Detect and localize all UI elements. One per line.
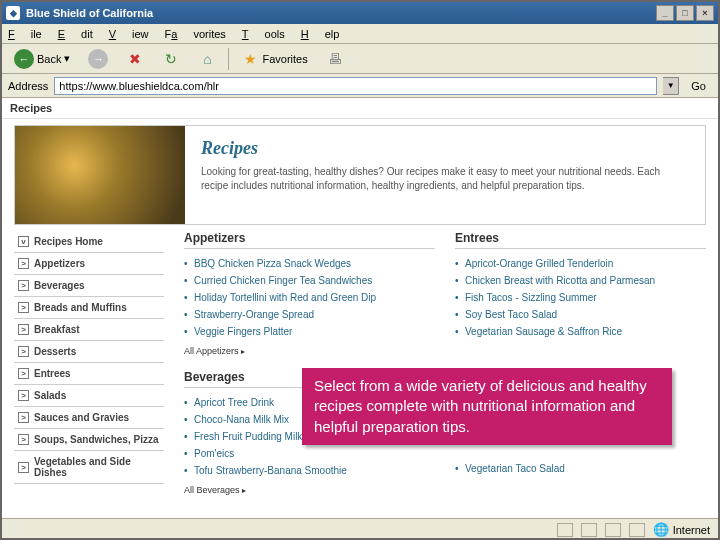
forward-button[interactable]: → [82,47,114,71]
entrees-heading: Entrees [455,231,706,249]
entrees-list: Apricot-Orange Grilled Tenderloin Chicke… [455,255,706,340]
sidebar-item-appetizers[interactable]: >Appetizers [14,253,164,275]
sidebar-item-entrees[interactable]: >Entrees [14,363,164,385]
expand-icon: > [18,462,29,473]
recipe-link[interactable]: Holiday Tortellini with Red and Green Di… [184,289,435,306]
sidebar-item-vegetables[interactable]: >Vegetables and Side Dishes [14,451,164,484]
recipe-link[interactable]: Veggie Fingers Platter [184,323,435,340]
hero-title: Recipes [201,138,689,159]
expand-icon: > [18,280,29,291]
address-bar: Address ▼ Go [2,74,718,98]
print-button[interactable]: 🖶 [320,48,350,70]
sidebar-item-salads[interactable]: >Salads [14,385,164,407]
recipe-link[interactable]: Tofu Strawberry-Banana Smoothie [184,462,435,479]
sidebar-item-breakfast[interactable]: >Breakfast [14,319,164,341]
go-button[interactable]: Go [685,78,712,94]
address-input[interactable] [54,77,657,95]
callout-overlay: Select from a wide variety of delicious … [302,368,672,445]
address-dropdown[interactable]: ▼ [663,77,679,95]
expand-icon: > [18,368,29,379]
recipe-link[interactable]: Apricot-Orange Grilled Tenderloin [455,255,706,272]
statusbar: 🌐 Internet [2,518,718,540]
window-titlebar: ◆ Blue Shield of California _ □ × [2,2,718,24]
toolbar: ← Back ▾ → ✖ ↻ ⌂ ★ Favorites 🖶 [2,44,718,74]
appetizers-heading: Appetizers [184,231,435,249]
entrees-list-2: Vegetarian Taco Salad [455,460,706,477]
hero-image [15,126,185,224]
stop-button[interactable]: ✖ [120,48,150,70]
expand-icon: > [18,346,29,357]
all-appetizers-link[interactable]: All Appetizers [184,346,245,356]
sidebar-item-sauces[interactable]: >Sauces and Gravies [14,407,164,429]
separator [228,48,229,70]
sidebar-item-recipes-home[interactable]: vRecipes Home [14,231,164,253]
menu-tools[interactable]: Tools [242,28,285,40]
sidebar: vRecipes Home >Appetizers >Beverages >Br… [14,231,164,495]
minimize-button[interactable]: _ [656,5,674,21]
recipe-link[interactable]: Chicken Breast with Ricotta and Parmesan [455,272,706,289]
expand-icon: > [18,412,29,423]
menu-favorites[interactable]: Favorites [165,28,226,40]
expand-icon: > [18,258,29,269]
recipe-link[interactable]: Soy Best Taco Salad [455,306,706,323]
address-label: Address [8,80,48,92]
printer-icon: 🖶 [326,50,344,68]
menu-view[interactable]: View [109,28,149,40]
recipe-link[interactable]: Curried Chicken Finger Tea Sandwiches [184,272,435,289]
sidebar-item-soups[interactable]: >Soups, Sandwiches, Pizza [14,429,164,451]
security-zone: 🌐 Internet [653,522,710,537]
menu-file[interactable]: File [8,28,42,40]
globe-icon: 🌐 [653,522,669,537]
appetizers-list: BBQ Chicken Pizza Snack Wedges Curried C… [184,255,435,340]
status-cell [557,523,573,537]
menu-help[interactable]: Help [301,28,340,40]
recipe-link[interactable]: Pom'eics [184,445,435,462]
sidebar-item-breads[interactable]: >Breads and Muffins [14,297,164,319]
back-button[interactable]: ← Back ▾ [8,47,76,71]
expand-icon: > [18,324,29,335]
page-content: Recipes Recipes Looking for great-tastin… [2,98,718,518]
status-cell [629,523,645,537]
sidebar-item-desserts[interactable]: >Desserts [14,341,164,363]
status-cell [605,523,621,537]
window-title: Blue Shield of California [26,7,656,19]
recipe-link[interactable]: Vegetarian Sausage & Saffron Rice [455,323,706,340]
app-icon: ◆ [6,6,20,20]
chevron-down-icon: ▾ [64,52,70,65]
maximize-button[interactable]: □ [676,5,694,21]
close-button[interactable]: × [696,5,714,21]
expand-icon: > [18,302,29,313]
home-icon: ⌂ [198,50,216,68]
recipe-link[interactable]: Fish Tacos - Sizzling Summer [455,289,706,306]
star-icon: ★ [241,50,259,68]
home-button[interactable]: ⌂ [192,48,222,70]
refresh-icon: ↻ [162,50,180,68]
expand-icon: > [18,390,29,401]
collapse-icon: v [18,236,29,247]
hero-description: Looking for great-tasting, healthy dishe… [201,165,689,193]
favorites-button[interactable]: ★ Favorites [235,48,313,70]
sidebar-item-beverages[interactable]: >Beverages [14,275,164,297]
section-label: Recipes [2,98,718,119]
menubar: File Edit View Favorites Tools Help [2,24,718,44]
recipe-link[interactable]: Strawberry-Orange Spread [184,306,435,323]
forward-icon: → [88,49,108,69]
back-icon: ← [14,49,34,69]
refresh-button[interactable]: ↻ [156,48,186,70]
main-columns: Appetizers BBQ Chicken Pizza Snack Wedge… [164,231,706,495]
menu-edit[interactable]: Edit [58,28,93,40]
all-beverages-link[interactable]: All Beverages [184,485,246,495]
status-cell [581,523,597,537]
hero-banner: Recipes Looking for great-tasting, healt… [14,125,706,225]
recipe-link[interactable]: BBQ Chicken Pizza Snack Wedges [184,255,435,272]
stop-icon: ✖ [126,50,144,68]
expand-icon: > [18,434,29,445]
recipe-link[interactable]: Vegetarian Taco Salad [455,460,706,477]
